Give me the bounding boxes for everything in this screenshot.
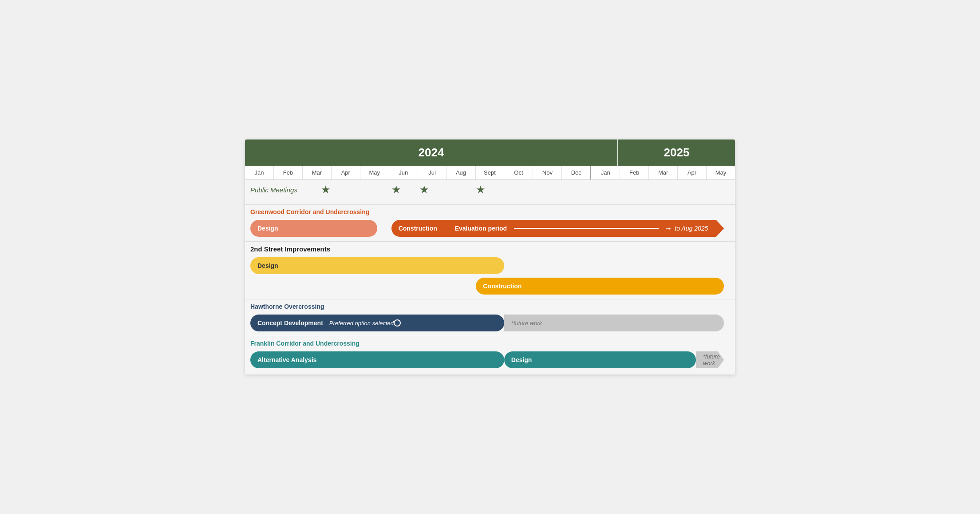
year-2025-header: 2025 bbox=[617, 139, 735, 166]
public-meetings-row: Public Meetings ★★★★ bbox=[245, 180, 735, 204]
greenwood-label: Greenwood Corridor and Undercrossing bbox=[250, 208, 730, 215]
franklin-alt-analysis-bar: Alternative Analysis bbox=[250, 351, 504, 368]
second-street-label: 2nd Street Improvements bbox=[250, 245, 730, 253]
year-header-row: 2024 2025 bbox=[245, 139, 735, 166]
hawthorne-label: Hawthorne Overcrossing bbox=[250, 303, 730, 310]
month-mar-2024: Mar bbox=[303, 166, 332, 179]
month-sept-2024: Sept bbox=[476, 166, 505, 179]
hawthorne-future-bar: *future work bbox=[504, 315, 724, 331]
month-feb-2025: Feb bbox=[620, 166, 649, 179]
month-aug-2024: Aug bbox=[447, 166, 476, 179]
month-oct-2024: Oct bbox=[504, 166, 533, 179]
second-street-design-row: Design bbox=[250, 255, 730, 276]
second-street-construction-bar: Construction bbox=[476, 278, 724, 295]
month-nov-2024: Nov bbox=[533, 166, 562, 179]
public-meeting-star: ★ bbox=[476, 183, 486, 196]
month-feb-2024: Feb bbox=[274, 166, 303, 179]
month-jun-2024: Jun bbox=[389, 166, 418, 179]
month-jan-2024: Jan bbox=[245, 166, 274, 179]
timeline-chart: 2024 2025 JanFebMarAprMayJunJulAugSeptOc… bbox=[245, 139, 735, 375]
greenwood-construction-bar: Construction bbox=[391, 220, 448, 237]
month-dec-2024: Dec bbox=[562, 166, 591, 179]
greenwood-bars: DesignConstructionEvaluation period→to A… bbox=[250, 218, 730, 239]
second-street-design-bar: Design bbox=[250, 257, 504, 274]
month-mar-2025: Mar bbox=[649, 166, 678, 179]
greenwood-evaluation-bar: Evaluation period→to Aug 2025 bbox=[448, 220, 724, 237]
greenwood-section: Greenwood Corridor and Undercrossing Des… bbox=[245, 205, 735, 241]
franklin-bars: Alternative AnalysisDesign*future work bbox=[250, 350, 730, 370]
public-meeting-star: ★ bbox=[321, 183, 331, 196]
hawthorne-bars: Concept DevelopmentPreferred option sele… bbox=[250, 313, 730, 333]
franklin-section: Franklin Corridor and Undercrossing Alte… bbox=[245, 336, 735, 375]
greenwood-design-bar: Design bbox=[250, 220, 377, 237]
month-jan-2025: Jan bbox=[591, 166, 620, 179]
second-street-section: 2nd Street Improvements Design Construct… bbox=[245, 242, 735, 299]
month-apr-2024: Apr bbox=[332, 166, 360, 179]
month-header-row: JanFebMarAprMayJunJulAugSeptOctNovDecJan… bbox=[245, 166, 735, 180]
public-meeting-star: ★ bbox=[391, 183, 401, 196]
month-may-2025: May bbox=[707, 166, 735, 179]
month-may-2024: May bbox=[360, 166, 389, 179]
year-2024-header: 2024 bbox=[245, 139, 617, 166]
hawthorne-concept-bar: Concept DevelopmentPreferred option sele… bbox=[250, 315, 504, 331]
franklin-label: Franklin Corridor and Undercrossing bbox=[250, 340, 730, 347]
hawthorne-section: Hawthorne Overcrossing Concept Developme… bbox=[245, 299, 735, 336]
public-meetings-label: Public Meetings bbox=[250, 186, 297, 194]
month-jul-2024: Jul bbox=[418, 166, 447, 179]
franklin-future-bar: *future work bbox=[696, 351, 724, 368]
franklin-design-bar: Design bbox=[504, 351, 696, 368]
second-street-construction-row: Construction bbox=[250, 276, 730, 296]
month-apr-2025: Apr bbox=[678, 166, 707, 179]
public-meeting-star: ★ bbox=[419, 183, 429, 196]
preferred-option-circle bbox=[394, 319, 401, 327]
